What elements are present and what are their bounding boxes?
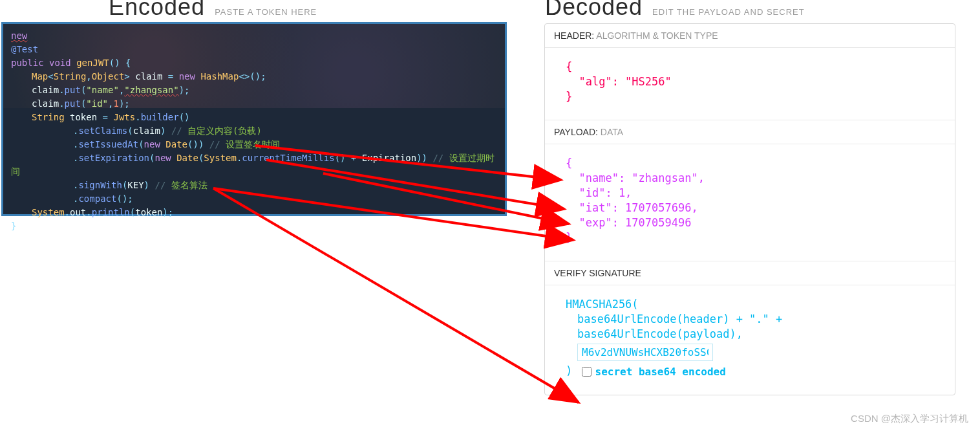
payload-section-title: PAYLOAD: DATA: [545, 120, 955, 144]
encoded-title: Encoded: [109, 0, 205, 21]
verify-signature-body: HMACSHA256( base64UrlEncode(header) + ".…: [545, 285, 955, 395]
payload-json[interactable]: { "name": "zhangsan", "id": 1, "iat": 17…: [545, 144, 955, 261]
sig-line-2: base64UrlEncode(header) + "." +: [566, 312, 939, 327]
sig-close: ): [566, 364, 572, 377]
decoded-hint: EDIT THE PAYLOAD AND SECRET: [652, 7, 805, 17]
secret-input[interactable]: [577, 344, 713, 361]
verify-section-title: VERIFY SIGNATURE: [545, 261, 955, 285]
secret-base64-checkbox-label[interactable]: secret base64 encoded: [579, 364, 726, 379]
decoded-panel: HEADER: ALGORITHM & TOKEN TYPE { "alg": …: [544, 23, 955, 395]
sig-line-1: HMACSHA256(: [566, 297, 939, 312]
secret-base64-checkbox[interactable]: [582, 367, 591, 377]
header-section-title: HEADER: ALGORITHM & TOKEN TYPE: [545, 24, 955, 48]
decoded-title: Decoded: [545, 0, 643, 21]
sig-line-3: base64UrlEncode(payload),: [566, 327, 939, 342]
encoded-hint: PASTE A TOKEN HERE: [215, 7, 317, 17]
watermark: CSDN @杰深入学习计算机: [851, 413, 968, 425]
code-text: new @Test public void genJWT() { Map<Str…: [3, 24, 505, 238]
header-json[interactable]: { "alg": "HS256" }: [545, 48, 955, 120]
code-editor[interactable]: new @Test public void genJWT() { Map<Str…: [1, 22, 507, 216]
